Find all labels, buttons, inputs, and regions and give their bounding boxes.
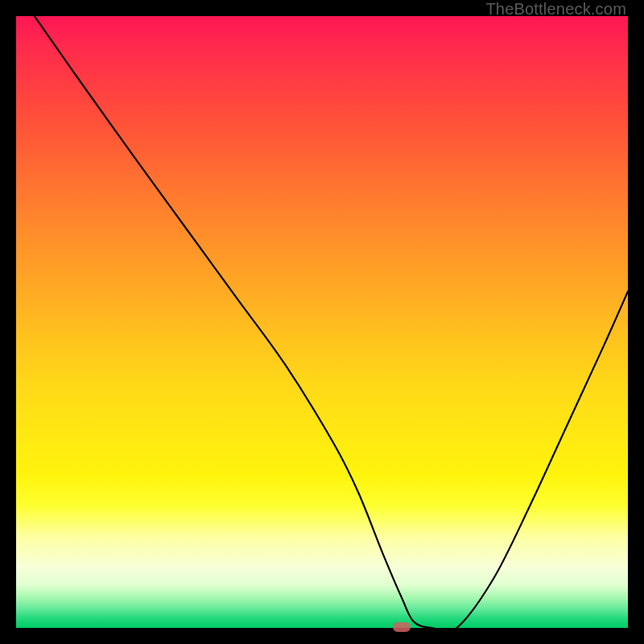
bottleneck-curve <box>16 16 628 628</box>
plot-area <box>16 16 628 628</box>
chart-container: TheBottleneck.com <box>0 0 644 644</box>
minimum-marker <box>393 622 411 632</box>
